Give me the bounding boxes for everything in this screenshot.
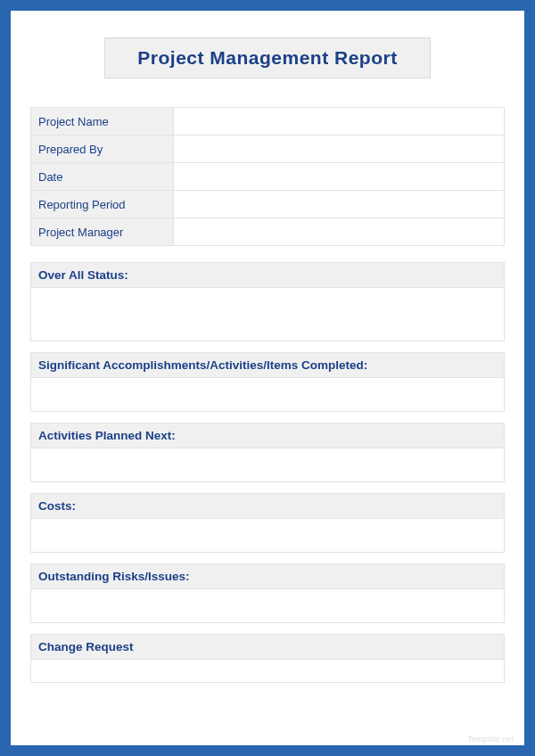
- section-body-costs[interactable]: [30, 519, 505, 553]
- section-body-risks[interactable]: [30, 589, 505, 623]
- section-header-change-request: Change Request: [30, 634, 505, 660]
- section-header-costs: Costs:: [30, 493, 505, 519]
- value-project-manager[interactable]: [174, 218, 505, 246]
- page-frame: Project Management Report Project Name P…: [0, 0, 535, 756]
- section-header-risks: Outstanding Risks/Issues:: [30, 563, 505, 589]
- section-body-change-request[interactable]: [30, 660, 505, 683]
- value-project-name[interactable]: [174, 108, 505, 136]
- table-row: Project Manager: [31, 218, 505, 246]
- value-reporting-period[interactable]: [174, 191, 505, 218]
- section-body-accomplishments[interactable]: [30, 378, 505, 412]
- table-row: Project Name: [31, 108, 505, 136]
- section-header-overall-status: Over All Status:: [30, 262, 505, 288]
- label-reporting-period: Reporting Period: [31, 191, 174, 218]
- table-row: Prepared By: [31, 136, 505, 163]
- title-container: Project Management Report: [30, 37, 505, 78]
- watermark-text: Template.net: [467, 735, 514, 744]
- table-row: Reporting Period: [31, 191, 505, 218]
- label-date: Date: [31, 163, 174, 191]
- table-row: Date: [31, 163, 505, 191]
- section-body-overall-status[interactable]: [30, 288, 505, 341]
- section-header-planned-next: Activities Planned Next:: [30, 423, 505, 448]
- label-project-name: Project Name: [31, 108, 174, 136]
- report-title: Project Management Report: [104, 37, 430, 78]
- label-prepared-by: Prepared By: [31, 136, 174, 163]
- section-body-planned-next[interactable]: [30, 448, 505, 482]
- section-header-accomplishments: Significant Accomplishments/Activities/I…: [30, 352, 505, 378]
- value-date[interactable]: [174, 163, 505, 191]
- project-info-table: Project Name Prepared By Date Reporting …: [30, 107, 505, 246]
- label-project-manager: Project Manager: [31, 218, 174, 246]
- value-prepared-by[interactable]: [174, 136, 505, 163]
